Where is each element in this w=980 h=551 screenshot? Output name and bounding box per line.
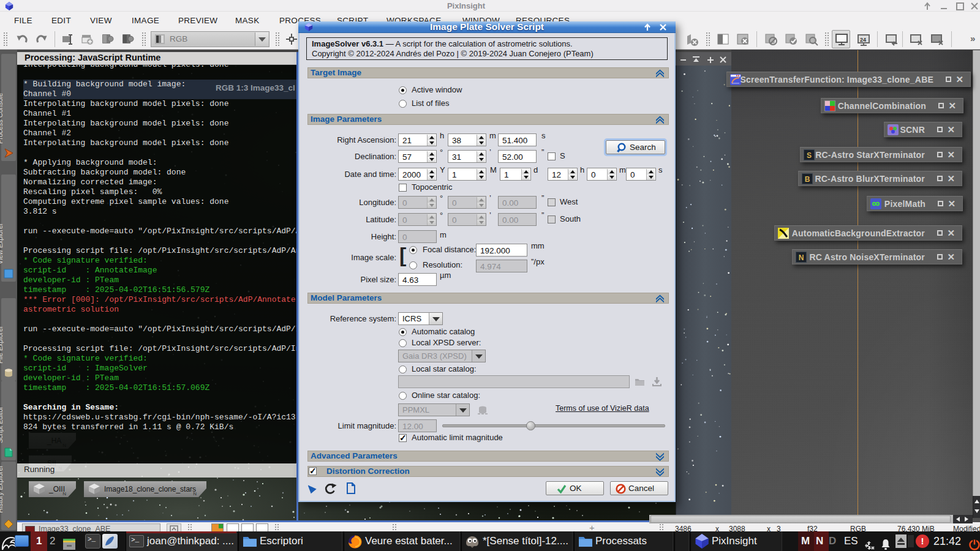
svg-text:24: 24 bbox=[860, 37, 866, 43]
svg-text:N: N bbox=[799, 253, 804, 262]
svg-text:B: B bbox=[805, 175, 810, 184]
svg-text:S: S bbox=[807, 151, 812, 160]
